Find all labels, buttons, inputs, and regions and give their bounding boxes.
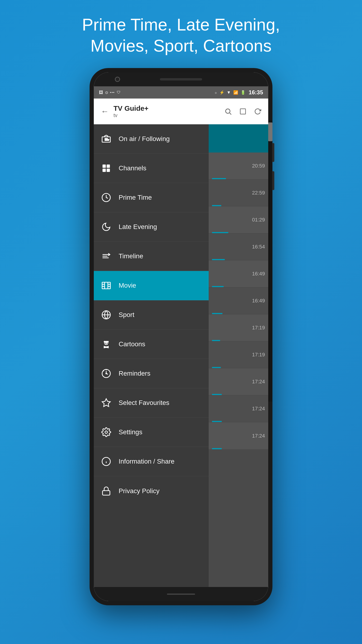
svg-point-0	[226, 109, 230, 113]
channels-label: Channels	[119, 164, 146, 172]
app-title: TV Guide+	[113, 104, 222, 112]
late-evening-label: Late Evening	[119, 223, 157, 230]
progress-bar-2	[212, 205, 221, 206]
speaker-grille	[160, 78, 202, 80]
svg-rect-36	[102, 490, 110, 495]
svg-marker-31	[102, 399, 110, 406]
phone-notch-bar	[94, 72, 268, 86]
time-9: 17:24	[252, 379, 265, 385]
drawer-item-late-evening[interactable]: Late Evening	[94, 212, 209, 242]
progress-bar-8	[212, 367, 221, 368]
navigation-drawer: NOW On air / Following	[94, 124, 209, 587]
time-1: 20:59	[252, 163, 265, 169]
svg-point-23	[104, 341, 105, 342]
time-11: 17:24	[252, 433, 265, 439]
on-air-icon: NOW	[100, 133, 112, 145]
drawer-item-cartoons[interactable]: Cartoons	[94, 330, 209, 359]
signal-icon: 📶	[233, 90, 238, 95]
drawer-item-privacy[interactable]: Privacy Policy	[94, 476, 209, 506]
app-title-area: TV Guide+ tv	[112, 104, 222, 118]
lock-icon	[100, 485, 112, 497]
svg-point-24	[107, 341, 109, 342]
window-button[interactable]	[236, 105, 249, 118]
movie-icon	[100, 280, 112, 292]
settings-icon	[100, 426, 112, 438]
main-panel: 20:59 22:59 01:29 16:54 16:49	[209, 124, 268, 587]
status-time: 16:35	[249, 89, 263, 96]
window-icon	[239, 108, 246, 115]
bluetooth-icon: ⬦	[215, 90, 217, 95]
time-5: 16:49	[252, 271, 265, 277]
time-4: 16:54	[252, 244, 265, 250]
battery-icon: 🔋	[241, 90, 246, 95]
svg-rect-7	[107, 164, 110, 168]
reminders-label: Reminders	[119, 370, 150, 377]
settings-label: Settings	[119, 428, 142, 436]
info-icon	[100, 456, 112, 467]
timeline-icon	[100, 250, 112, 262]
movie-label: Movie	[119, 282, 136, 289]
timeline-label: Timeline	[119, 252, 143, 260]
hero-line2: Movies, Sport, Cartoons	[90, 36, 272, 55]
progress-bar-11	[212, 448, 222, 449]
refresh-button[interactable]	[251, 105, 264, 118]
svg-line-30	[103, 371, 104, 371]
svg-rect-8	[102, 169, 106, 172]
program-row-2: 22:59	[209, 180, 268, 206]
time-2: 22:59	[252, 190, 265, 196]
privacy-label: Privacy Policy	[119, 487, 159, 495]
search-button[interactable]	[222, 105, 234, 118]
drawer-item-sport[interactable]: Sport	[94, 300, 209, 330]
sport-label: Sport	[119, 311, 134, 318]
status-left-icons: 🖼 ⊙ ••• 🛡	[99, 90, 120, 95]
app-subtitle: tv	[113, 112, 222, 118]
content-area: NOW On air / Following	[94, 124, 268, 587]
program-row-3: 01:29	[209, 206, 268, 234]
home-indicator	[167, 594, 195, 595]
svg-text:NOW: NOW	[105, 139, 109, 141]
cartoons-icon	[100, 338, 112, 350]
reminders-icon	[100, 368, 112, 379]
sport-icon	[100, 309, 112, 321]
program-row-11: 17:24	[209, 422, 268, 449]
drawer-item-favourites[interactable]: Select Favourites	[94, 388, 209, 418]
drawer-item-settings[interactable]: Settings	[94, 418, 209, 447]
svg-point-32	[105, 431, 108, 434]
time-3: 01:29	[252, 217, 265, 223]
program-row-5: 16:49	[209, 260, 268, 288]
info-share-label: Information / Share	[119, 458, 174, 465]
prime-time-icon	[100, 192, 112, 204]
late-evening-icon	[100, 221, 112, 233]
program-row-6: 16:49	[209, 288, 268, 314]
time-10: 17:24	[252, 406, 265, 412]
svg-point-25	[105, 343, 106, 344]
drawer-item-movie[interactable]: Movie	[94, 271, 209, 300]
program-row-1: 20:59	[209, 152, 268, 180]
back-button[interactable]: ←	[98, 105, 112, 118]
time-7: 17:19	[252, 325, 265, 331]
time-8: 17:19	[252, 352, 265, 358]
app-bar: ← TV Guide+ tv	[94, 98, 268, 124]
teal-header-row	[209, 124, 268, 152]
photo-icon: 🖼	[99, 90, 103, 95]
cartoons-label: Cartoons	[119, 340, 145, 348]
circle-icon: ⊙	[105, 90, 108, 95]
svg-point-28	[106, 373, 107, 374]
drawer-item-prime-time[interactable]: Prime Time	[94, 183, 209, 212]
svg-line-1	[230, 113, 231, 114]
refresh-icon	[254, 108, 261, 115]
svg-rect-14	[102, 282, 110, 289]
drawer-item-channels[interactable]: Channels	[94, 154, 209, 183]
progress-bar-1	[212, 178, 226, 179]
drawer-item-on-air[interactable]: NOW On air / Following	[94, 124, 209, 154]
on-air-label: On air / Following	[119, 135, 170, 143]
hero-line1: Prime Time, Late Evening,	[82, 15, 280, 34]
drawer-item-info-share[interactable]: Information / Share	[94, 447, 209, 476]
progress-bar-9	[212, 394, 222, 395]
svg-rect-6	[102, 164, 106, 168]
drawer-item-timeline[interactable]: Timeline	[94, 242, 209, 271]
progress-bar-10	[212, 421, 222, 422]
phone-shell: 🖼 ⊙ ••• 🛡 ⬦ ⚡ ▼ 📶 🔋 16:35 ← TV Guide+ tv	[89, 68, 273, 605]
drawer-item-reminders[interactable]: Reminders	[94, 359, 209, 388]
program-row-4: 16:54	[209, 234, 268, 260]
